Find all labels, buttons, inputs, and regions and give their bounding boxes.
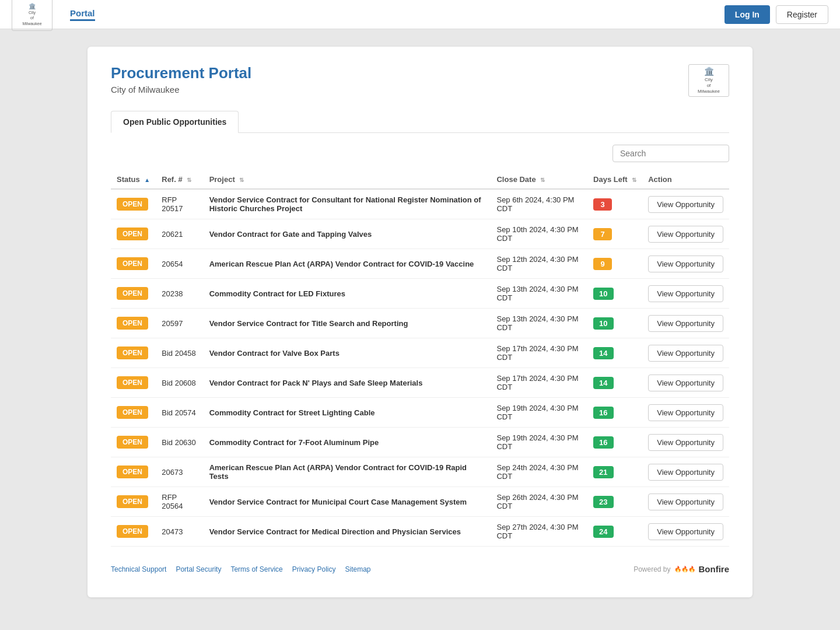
days-left-badge: 21 — [593, 466, 613, 478]
close-date: Sep 10th 2024, 4:30 PM CDT — [491, 219, 587, 249]
portal-city-logo: 🏛️ CityofMilwaukee — [688, 64, 729, 97]
table-row: OPEN Bid 20574 Commodity Contract for St… — [111, 398, 729, 428]
view-opportunity-button[interactable]: View Opportunity — [648, 374, 723, 391]
status-badge: OPEN — [117, 257, 148, 270]
table-row: OPEN RFP 20564 Vendor Service Contract f… — [111, 487, 729, 517]
search-input[interactable] — [612, 145, 729, 162]
footer-link[interactable]: Technical Support — [111, 565, 166, 573]
close-date: Sep 24th 2024, 4:30 PM CDT — [491, 457, 587, 487]
project-name: Commodity Contract for Street Lighting C… — [204, 398, 491, 428]
status-badge: OPEN — [117, 287, 148, 300]
close-date: Sep 17th 2024, 4:30 PM CDT — [491, 338, 587, 368]
days-left-badge: 14 — [593, 347, 613, 359]
close-date: Sep 6th 2024, 4:30 PM CDT — [491, 189, 587, 219]
footer-link[interactable]: Sitemap — [345, 565, 370, 573]
close-date: Sep 19th 2024, 4:30 PM CDT — [491, 428, 587, 457]
ref-number: 20597 — [156, 309, 203, 338]
view-opportunity-button[interactable]: View Opportunity — [648, 196, 723, 213]
col-close-date[interactable]: Close Date ⇅ — [491, 170, 587, 189]
portal-title: Procurement Portal — [111, 64, 251, 82]
col-days-left[interactable]: Days Left ⇅ — [587, 170, 642, 189]
ref-number: RFP 20517 — [156, 189, 203, 219]
col-project[interactable]: Project ⇅ — [204, 170, 491, 189]
ref-number: Bid 20574 — [156, 398, 203, 428]
col-status[interactable]: Status ▲ — [111, 170, 156, 189]
table-row: OPEN 20654 American Rescue Plan Act (ARP… — [111, 249, 729, 279]
main-container: Procurement Portal City of Milwaukee 🏛️ … — [88, 47, 752, 597]
project-name: American Rescue Plan Act (ARPA) Vendor C… — [204, 457, 491, 487]
footer-brand: Powered by 🔥🔥🔥 Bonfire — [634, 564, 729, 574]
footer: Technical SupportPortal SecurityTerms of… — [111, 564, 729, 574]
view-opportunity-button[interactable]: View Opportunity — [648, 226, 723, 243]
ref-number: 20238 — [156, 279, 203, 309]
col-action: Action — [642, 170, 729, 189]
table-row: OPEN 20473 Vendor Service Contract for M… — [111, 517, 729, 547]
view-opportunity-button[interactable]: View Opportunity — [648, 404, 723, 421]
ref-number: 20473 — [156, 517, 203, 547]
portal-header: Procurement Portal City of Milwaukee 🏛️ … — [111, 64, 729, 97]
ref-number: 20621 — [156, 219, 203, 249]
powered-by-text: Powered by — [634, 565, 670, 573]
table-row: OPEN 20597 Vendor Service Contract for T… — [111, 309, 729, 338]
table-row: OPEN Bid 20630 Commodity Contract for 7-… — [111, 428, 729, 457]
tab-open-public-opportunities[interactable]: Open Public Opportunities — [111, 111, 239, 133]
table-row: OPEN 20238 Commodity Contract for LED Fi… — [111, 279, 729, 309]
project-name: Vendor Service Contract for Title Search… — [204, 309, 491, 338]
view-opportunity-button[interactable]: View Opportunity — [648, 434, 723, 451]
close-date: Sep 27th 2024, 4:30 PM CDT — [491, 517, 587, 547]
city-logo: 🏛️ CityofMilwaukee — [12, 0, 52, 31]
days-left-badge: 9 — [593, 258, 612, 270]
view-opportunity-button[interactable]: View Opportunity — [648, 315, 723, 332]
city-logo-image: 🏛️ CityofMilwaukee — [12, 0, 52, 31]
footer-link[interactable]: Terms of Service — [230, 565, 282, 573]
status-badge: OPEN — [117, 346, 148, 359]
days-left-badge: 16 — [593, 436, 613, 449]
project-name: Vendor Contract for Pack N' Plays and Sa… — [204, 368, 491, 398]
view-opportunity-button[interactable]: View Opportunity — [648, 464, 723, 481]
close-date: Sep 17th 2024, 4:30 PM CDT — [491, 368, 587, 398]
login-button[interactable]: Log In — [724, 5, 770, 24]
table-row: OPEN RFP 20517 Vendor Service Contract f… — [111, 189, 729, 219]
tabs-bar: Open Public Opportunities — [111, 111, 729, 133]
navigation: 🏛️ CityofMilwaukee Portal Log In Registe… — [0, 0, 840, 29]
col-ref[interactable]: Ref. # ⇅ — [156, 170, 203, 189]
status-badge: OPEN — [117, 406, 148, 419]
nav-right: Log In Register — [724, 5, 828, 24]
view-opportunity-button[interactable]: View Opportunity — [648, 285, 723, 302]
view-opportunity-button[interactable]: View Opportunity — [648, 494, 723, 510]
nav-portal-link[interactable]: Portal — [70, 8, 95, 21]
project-name: Vendor Service Contract for Medical Dire… — [204, 517, 491, 547]
bonfire-label: Bonfire — [699, 564, 730, 574]
close-date: Sep 12th 2024, 4:30 PM CDT — [491, 249, 587, 279]
ref-number: 20673 — [156, 457, 203, 487]
ref-number: Bid 20608 — [156, 368, 203, 398]
days-left-badge: 14 — [593, 377, 613, 389]
portal-header-text: Procurement Portal City of Milwaukee — [111, 64, 251, 94]
ref-number: RFP 20564 — [156, 487, 203, 517]
view-opportunity-button[interactable]: View Opportunity — [648, 345, 723, 362]
project-name: Commodity Contract for 7-Foot Aluminum P… — [204, 428, 491, 457]
status-badge: OPEN — [117, 436, 148, 449]
status-badge: OPEN — [117, 525, 148, 538]
close-date: Sep 26th 2024, 4:30 PM CDT — [491, 487, 587, 517]
days-left-badge: 3 — [593, 198, 612, 211]
days-left-badge: 16 — [593, 407, 613, 419]
ref-number: Bid 20458 — [156, 338, 203, 368]
project-name: Commodity Contract for LED Fixtures — [204, 279, 491, 309]
table-row: OPEN 20621 Vendor Contract for Gate and … — [111, 219, 729, 249]
days-left-badge: 10 — [593, 317, 613, 330]
ref-number: 20654 — [156, 249, 203, 279]
status-badge: OPEN — [117, 495, 148, 508]
view-opportunity-button[interactable]: View Opportunity — [648, 256, 723, 272]
ref-number: Bid 20630 — [156, 428, 203, 457]
register-button[interactable]: Register — [776, 5, 828, 24]
project-name: Vendor Contract for Gate and Tapping Val… — [204, 219, 491, 249]
days-left-badge: 24 — [593, 526, 613, 538]
view-opportunity-button[interactable]: View Opportunity — [648, 523, 723, 540]
table-header-row: Status ▲ Ref. # ⇅ Project ⇅ Close Date ⇅… — [111, 170, 729, 189]
footer-link[interactable]: Portal Security — [176, 565, 221, 573]
status-badge: OPEN — [117, 376, 148, 389]
footer-links: Technical SupportPortal SecurityTerms of… — [111, 565, 371, 573]
footer-link[interactable]: Privacy Policy — [292, 565, 336, 573]
days-left-badge: 23 — [593, 496, 613, 508]
